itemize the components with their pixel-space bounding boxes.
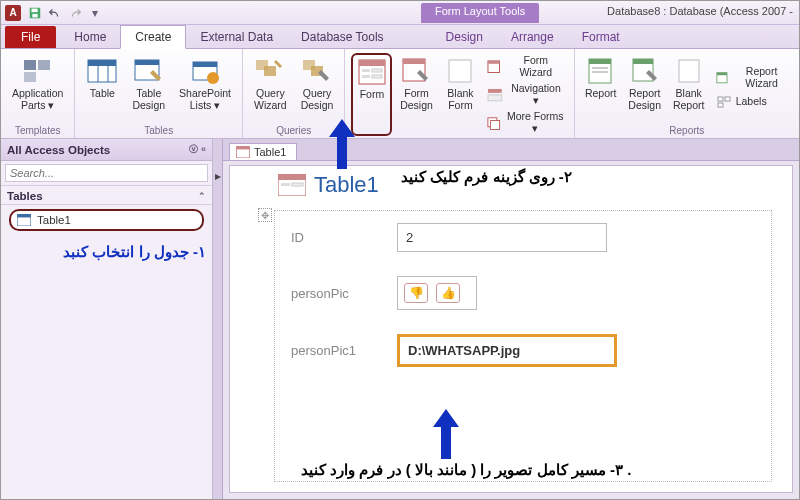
arrow-icon <box>327 119 357 172</box>
svg-rect-50 <box>278 174 306 180</box>
field-label-id: ID <box>291 230 381 245</box>
field-input-personpic1[interactable]: D:\WHATSAPP.jpg <box>397 334 617 367</box>
report-button[interactable]: Report <box>581 53 621 123</box>
table-icon <box>86 56 118 86</box>
tab-database-tools[interactable]: Database Tools <box>287 26 398 48</box>
ribbon-group-forms: Form Form Design Blank Form Form Wizard … <box>345 49 574 138</box>
app-window: A ▾ Form Layout Tools Database8 : Databa… <box>0 0 800 500</box>
tab-design[interactable]: Design <box>432 26 497 48</box>
nav-category-tables[interactable]: Tables ⌃ <box>1 186 212 205</box>
svg-rect-41 <box>717 72 727 75</box>
form-design-button[interactable]: Form Design <box>396 53 436 136</box>
report-wizard-button[interactable]: Report Wizard <box>713 64 793 91</box>
form-header-icon <box>278 174 306 196</box>
form-canvas: Table1 ✥ ID 2 personPic 👎 👍 <box>229 165 793 493</box>
svg-rect-12 <box>193 62 217 67</box>
field-input-id[interactable]: 2 <box>397 223 607 252</box>
tab-external-data[interactable]: External Data <box>186 26 287 48</box>
save-icon[interactable] <box>26 4 44 22</box>
svg-rect-2 <box>24 60 36 70</box>
form-wizard-button[interactable]: Form Wizard <box>484 53 567 80</box>
svg-rect-15 <box>264 66 276 76</box>
report-design-icon <box>629 56 661 86</box>
nav-header[interactable]: All Access Objects ⓥ « <box>1 139 212 161</box>
table-icon <box>17 214 31 226</box>
tab-arrange[interactable]: Arrange <box>497 26 568 48</box>
svg-rect-30 <box>488 95 502 101</box>
tab-format[interactable]: Format <box>568 26 634 48</box>
thumb-down-icon: 👎 <box>404 283 428 303</box>
svg-rect-1 <box>32 13 37 17</box>
field-input-personpic[interactable]: 👎 👍 <box>397 276 477 310</box>
blank-report-button[interactable]: Blank Report <box>669 53 709 123</box>
query-wizard-icon <box>254 56 286 86</box>
more-forms-button[interactable]: More Forms ▾ <box>484 109 567 136</box>
search-input[interactable] <box>5 164 208 182</box>
report-wizard-icon <box>716 70 730 86</box>
svg-rect-4 <box>24 72 36 82</box>
svg-rect-28 <box>488 61 500 64</box>
svg-rect-36 <box>592 71 608 73</box>
tab-create[interactable]: Create <box>120 25 186 49</box>
svg-rect-3 <box>38 60 50 70</box>
tab-home[interactable]: Home <box>60 26 120 48</box>
access-logo-icon: A <box>5 5 21 21</box>
svg-rect-43 <box>725 97 730 101</box>
svg-rect-48 <box>236 146 250 149</box>
annotation-3: . ۳- مسیر کامل تصویر را ( مانند بالا ) د… <box>301 461 631 479</box>
document-tabs: Table1 <box>213 139 799 161</box>
document-tab-table1[interactable]: Table1 <box>229 143 297 160</box>
nav-item-table1[interactable]: Table1 <box>9 209 204 231</box>
application-parts-button[interactable]: Application Parts ▾ <box>7 53 68 123</box>
form-button[interactable]: Form <box>351 53 392 136</box>
layout-selector-icon[interactable]: ✥ <box>258 208 272 222</box>
shutter-bar[interactable]: ▸ <box>213 139 223 499</box>
labels-icon <box>716 94 732 110</box>
undo-icon[interactable] <box>46 4 64 22</box>
svg-rect-20 <box>362 69 370 72</box>
svg-rect-51 <box>281 183 290 186</box>
svg-rect-34 <box>589 59 611 64</box>
labels-button[interactable]: Labels <box>713 92 793 112</box>
ribbon-group-reports: Report Report Design Blank Report Report… <box>575 49 799 138</box>
svg-rect-38 <box>633 59 653 64</box>
qat-dropdown-icon[interactable]: ▾ <box>86 4 104 22</box>
svg-rect-6 <box>88 60 116 66</box>
svg-rect-42 <box>718 97 723 101</box>
form-title: Table1 <box>314 172 379 198</box>
chevron-down-icon: ⓥ « <box>189 143 206 156</box>
form-detail-grid: ID 2 personPic 👎 👍 personPic1 D:\WHATSAP… <box>274 210 772 482</box>
field-label-personpic1: personPic1 <box>291 343 381 358</box>
svg-rect-10 <box>135 60 159 65</box>
blank-form-icon <box>444 56 476 86</box>
ribbon-group-tables: Table Table Design SharePoint Lists ▾ Ta… <box>75 49 243 138</box>
svg-rect-25 <box>403 59 425 64</box>
body: All Access Objects ⓥ « Tables ⌃ Table1 ۱… <box>1 139 799 499</box>
svg-rect-32 <box>491 120 500 129</box>
query-wizard-button[interactable]: Query Wizard <box>249 53 292 123</box>
svg-rect-0 <box>32 8 38 12</box>
report-design-button[interactable]: Report Design <box>625 53 665 123</box>
table-button[interactable]: Table <box>81 53 123 123</box>
annotation-2: ۲- روی گزینه فرم کلیک کنید <box>401 168 572 186</box>
blank-form-button[interactable]: Blank Form <box>440 53 480 136</box>
form-design-icon <box>400 56 432 86</box>
svg-rect-39 <box>679 60 699 82</box>
collapse-icon: ⌃ <box>198 191 206 201</box>
navigation-pane: All Access Objects ⓥ « Tables ⌃ Table1 ۱… <box>1 139 213 499</box>
more-forms-icon <box>487 115 501 131</box>
navigation-button[interactable]: Navigation ▾ <box>484 81 567 108</box>
query-design-button[interactable]: Query Design <box>296 53 339 123</box>
query-design-icon <box>301 56 333 86</box>
svg-rect-22 <box>362 75 370 78</box>
redo-icon[interactable] <box>66 4 84 22</box>
sharepoint-lists-button[interactable]: SharePoint Lists ▾ <box>174 53 236 123</box>
application-parts-icon <box>22 56 54 86</box>
form-wizard-icon <box>487 59 502 75</box>
tab-file[interactable]: File <box>5 26 56 48</box>
document-area: ▸ Table1 Table1 ✥ ID 2 <box>213 139 799 499</box>
ribbon-group-templates: Application Parts ▾ Templates <box>1 49 75 138</box>
table-design-button[interactable]: Table Design <box>127 53 170 123</box>
field-label-personpic: personPic <box>291 286 381 301</box>
window-title: Database8 : Database (Access 2007 - <box>607 5 793 17</box>
